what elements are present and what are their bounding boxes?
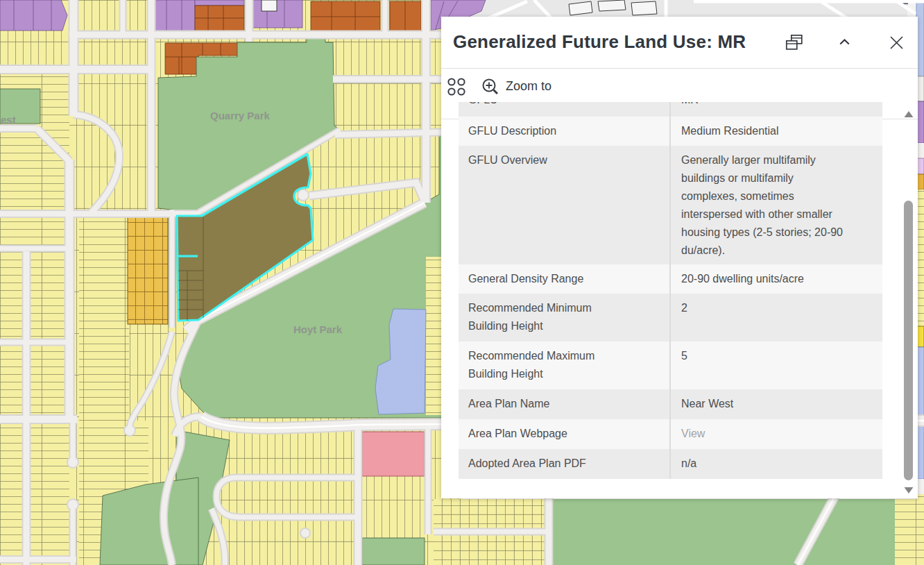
svg-text:est: est xyxy=(1,114,16,126)
svg-text:Quarry Park: Quarry Park xyxy=(210,110,271,121)
svg-text:Hoyt Park: Hoyt Park xyxy=(293,323,343,335)
